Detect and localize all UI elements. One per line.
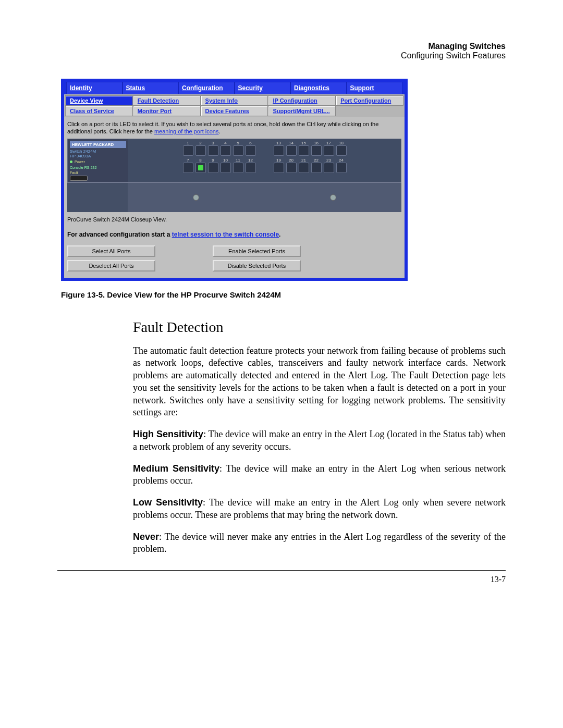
switch-lower-left [67, 183, 128, 212]
never-label: Never [133, 532, 159, 542]
port-22[interactable] [311, 163, 322, 173]
tab-status[interactable]: Status [123, 82, 179, 94]
button-row-2: Deselect All Ports Disable Selected Port… [67, 260, 401, 272]
low-label: Low Sensitivity [133, 497, 203, 508]
port-24[interactable] [336, 163, 347, 173]
module-led-a-icon [193, 194, 199, 201]
subtab-class-of-service[interactable]: Class of Service [65, 106, 133, 116]
port-11[interactable] [233, 163, 243, 173]
port-icons-link[interactable]: meaning of the port icons [154, 128, 219, 134]
port-21[interactable] [299, 163, 309, 173]
led-dot-icon [70, 161, 72, 163]
ports-area: 123456789101112131415161718192021222324 [128, 139, 401, 182]
med-label: Medium Sensitivity [133, 463, 219, 474]
port-num: 14 [289, 141, 293, 145]
telnet-line: For advanced configuration start a telne… [67, 231, 401, 238]
port-17[interactable] [324, 145, 334, 156]
port-num: 23 [326, 158, 331, 163]
disable-selected-ports-button[interactable]: Disable Selected Ports [213, 260, 301, 272]
never-text: : The device will never make any entries… [133, 532, 506, 554]
telnet-post: . [279, 231, 280, 238]
switch-lower-right [128, 183, 401, 212]
subtab-ip-configuration[interactable]: IP Configuration [268, 95, 336, 106]
high-label: High Sensitivity [133, 429, 203, 439]
subtab-system-info[interactable]: System Info [201, 95, 268, 106]
content-pane: Click on a port or its LED to select it.… [64, 117, 405, 278]
port-num: 1 [187, 141, 189, 145]
telnet-pre: For advanced configuration start a [67, 231, 172, 238]
model-line1: Switch 2424M [70, 149, 126, 154]
port-2[interactable] [195, 145, 206, 156]
instruction-text: Click on a port or its LED to select it.… [67, 120, 401, 135]
deselect-all-ports-button[interactable]: Deselect All Ports [67, 260, 155, 272]
instruction-pre: Click on a port or its LED to select it.… [67, 121, 378, 134]
console-port-icon [70, 176, 88, 181]
module-led-b-icon [330, 194, 336, 201]
port-3[interactable] [208, 145, 218, 156]
port-4[interactable] [221, 145, 231, 156]
port-num: 2 [199, 141, 201, 145]
tab-support[interactable]: Support [347, 82, 403, 94]
port-num: 7 [187, 158, 189, 163]
port-16[interactable] [311, 145, 322, 156]
port-num: 24 [339, 158, 344, 163]
tab-security[interactable]: Security [235, 82, 291, 94]
port-num: 13 [276, 141, 281, 145]
port-8[interactable] [195, 163, 206, 173]
sub-tab-bar: Device View Fault Detection System Info … [64, 94, 405, 117]
port-13[interactable] [274, 145, 284, 156]
port-23[interactable] [324, 163, 334, 173]
switch-faceplate: HEWLETT PACKARD Switch 2424M HP J4093A P… [68, 139, 128, 182]
port-7[interactable] [183, 163, 193, 173]
para-low: Low Sensitivity: The device will make an… [133, 497, 506, 522]
button-row-1: Select All Ports Enable Selected Ports [67, 245, 401, 257]
top-tab-bar: Identity Status Configuration Security D… [64, 82, 405, 94]
port-num: 21 [301, 158, 306, 163]
port-15[interactable] [299, 145, 309, 156]
port-num: 5 [237, 141, 239, 145]
header-title: Managing Switches [57, 42, 506, 51]
telnet-link[interactable]: telnet session to the switch console [172, 231, 279, 238]
enable-selected-ports-button[interactable]: Enable Selected Ports [213, 245, 301, 257]
subtab-fault-detection[interactable]: Fault Detection [133, 95, 201, 106]
port-num: 4 [224, 141, 226, 145]
para-never: Never: The device will never make any en… [133, 531, 506, 556]
closeup-caption: ProCurve Switch 2424M Closeup View. [67, 216, 401, 223]
port-num: 17 [326, 141, 331, 145]
port-1[interactable] [183, 145, 193, 156]
port-12[interactable] [246, 163, 256, 173]
para-high: High Sensitivity: The device will make a… [133, 428, 506, 453]
port-num: 8 [199, 158, 201, 163]
port-18[interactable] [336, 145, 347, 156]
port-num: 9 [212, 158, 214, 163]
hp-logo: HEWLETT PACKARD [70, 141, 126, 148]
section-heading: Fault Detection [133, 319, 506, 336]
port-6[interactable] [246, 145, 256, 156]
port-14[interactable] [286, 145, 297, 156]
console-label: Console RS-232 [70, 166, 126, 169]
tab-diagnostics[interactable]: Diagnostics [290, 82, 347, 94]
tab-identity[interactable]: Identity [66, 82, 123, 94]
port-5[interactable] [233, 145, 243, 156]
figure-caption: Figure 13-5. Device View for the HP Proc… [61, 290, 506, 299]
subtab-support-mgmt-url[interactable]: Support/Mgmt URL... [268, 106, 336, 116]
port-20[interactable] [286, 163, 297, 173]
subtab-port-configuration[interactable]: Port Configuration [336, 95, 403, 106]
port-19[interactable] [274, 163, 284, 173]
subtab-monitor-port[interactable]: Monitor Port [133, 106, 201, 116]
switch-lower [67, 182, 401, 212]
port-num: 11 [236, 158, 240, 163]
port-num: 16 [314, 141, 319, 145]
power-led: Power [70, 160, 126, 164]
page-number: 13-7 [57, 575, 506, 584]
port-num: 18 [339, 141, 344, 145]
subtab-device-view[interactable]: Device View [65, 95, 133, 106]
port-9[interactable] [208, 163, 218, 173]
port-10[interactable] [221, 163, 231, 173]
select-all-ports-button[interactable]: Select All Ports [67, 245, 155, 257]
port-num: 3 [212, 141, 214, 145]
model-line2: HP J4093A [70, 154, 126, 158]
subtab-device-features[interactable]: Device Features [201, 106, 268, 116]
tab-configuration[interactable]: Configuration [178, 82, 235, 94]
port-num: 20 [289, 158, 293, 163]
